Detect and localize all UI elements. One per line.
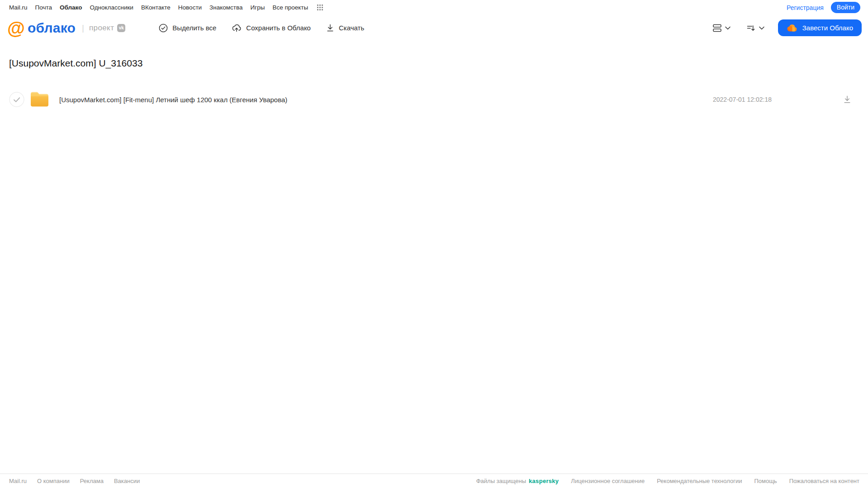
file-list: [UsupovMarket.com] [Fit-menu] Летний шеф… [0, 90, 868, 109]
cloud-logo-text: облако [28, 20, 76, 36]
page-title: [UsupovMarket.com] U_316033 [9, 58, 868, 69]
registration-link[interactable]: Регистрация [787, 4, 824, 11]
footer-link-recommendations[interactable]: Рекомендательные технологии [657, 478, 742, 484]
row-checkbox[interactable] [9, 92, 24, 107]
nav-item-igry[interactable]: Игры [251, 4, 265, 11]
select-all-label: Выделить все [172, 24, 216, 32]
list-view-icon [713, 24, 721, 32]
kaspersky-link[interactable]: kaspersky [529, 478, 559, 484]
view-mode-button[interactable] [710, 21, 733, 35]
save-to-cloud-label: Сохранить в Облако [246, 24, 311, 32]
file-toolbar: Выделить все Сохранить в Облако Скачать [159, 24, 364, 33]
footer-link-report[interactable]: Пожаловаться на контент [789, 478, 859, 484]
save-to-cloud-button[interactable]: Сохранить в Облако [232, 24, 311, 33]
get-cloud-label: Завести Облако [802, 24, 853, 32]
footer-link-mailru[interactable]: Mail.ru [9, 478, 27, 484]
sort-icon [747, 24, 755, 32]
protected-label: Файлы защищены [476, 478, 526, 484]
portal-nav: Mail.ru Почта Облако Одноклассники ВКонт… [0, 0, 868, 15]
login-button[interactable]: Войти [831, 2, 860, 13]
vk-badge-icon: vk [117, 24, 125, 32]
select-all-button[interactable]: Выделить все [159, 24, 216, 33]
kaspersky-protection: Файлы защищены kaspersky [476, 478, 559, 484]
chevron-down-icon [759, 26, 764, 30]
download-label: Скачать [339, 24, 364, 32]
footer-link-about[interactable]: О компании [37, 478, 70, 484]
page-footer: Mail.ru О компании Реклама Вакансии Файл… [0, 474, 868, 488]
app-header: @ облако | проект vk Выделить все Сохран… [0, 15, 868, 41]
footer-link-ads[interactable]: Реклама [80, 478, 104, 484]
check-circle-icon [159, 24, 168, 33]
chevron-down-icon [725, 26, 730, 30]
footer-right-links: Файлы защищены kaspersky Лицензионное со… [476, 478, 859, 484]
apps-grid-icon[interactable] [317, 5, 323, 10]
portal-nav-auth: Регистрация Войти [787, 2, 860, 13]
row-download-icon[interactable] [844, 95, 851, 104]
nav-item-pochta[interactable]: Почта [35, 4, 52, 11]
header-controls: Завести Облако [710, 19, 862, 36]
project-label: проект [89, 24, 114, 33]
file-row[interactable]: [UsupovMarket.com] [Fit-menu] Летний шеф… [0, 90, 868, 109]
nav-item-vkontakte[interactable]: ВКонтакте [141, 4, 171, 11]
file-date: 2022-07-01 12:02:18 [713, 96, 772, 103]
download-button[interactable]: Скачать [326, 24, 364, 32]
folder-icon [29, 90, 50, 109]
logo-divider: | [82, 23, 84, 33]
footer-left-links: Mail.ru О компании Реклама Вакансии [9, 478, 140, 484]
nav-item-novosti[interactable]: Новости [178, 4, 202, 11]
cloud-logo[interactable]: @ облако | проект vk [7, 19, 125, 37]
cloud-brand-icon [787, 24, 798, 32]
nav-item-mailru[interactable]: Mail.ru [9, 4, 28, 11]
file-name-link[interactable]: [UsupovMarket.com] [Fit-menu] Летний шеф… [59, 96, 287, 104]
nav-item-oblako[interactable]: Облако [60, 4, 82, 11]
nav-item-odnoklassniki[interactable]: Одноклассники [90, 4, 133, 11]
nav-item-vse-proekty[interactable]: Все проекты [272, 4, 308, 11]
portal-nav-links: Mail.ru Почта Облако Одноклассники ВКонт… [9, 4, 323, 11]
nav-item-znakomstva[interactable]: Знакомства [209, 4, 242, 11]
footer-link-help[interactable]: Помощь [754, 478, 777, 484]
sort-button[interactable] [744, 21, 767, 35]
footer-link-license[interactable]: Лицензионное соглашение [571, 478, 645, 484]
mailru-at-icon: @ [7, 19, 24, 37]
upload-cloud-icon [232, 24, 242, 33]
get-cloud-button[interactable]: Завести Облако [778, 19, 862, 36]
download-icon [326, 24, 334, 32]
footer-link-jobs[interactable]: Вакансии [114, 478, 140, 484]
